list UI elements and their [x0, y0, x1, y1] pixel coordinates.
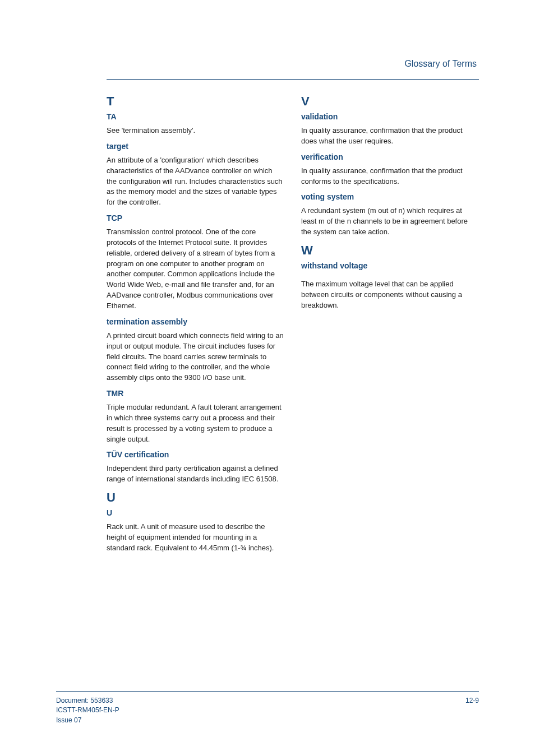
term-verification: verification — [301, 152, 479, 161]
def-validation: In quality assurance, confirmation that … — [301, 126, 479, 147]
def-verification: In quality assurance, confirmation that … — [301, 166, 479, 187]
page-content: Glossary of Terms T TA See 'termination … — [0, 0, 535, 559]
two-column-layout: T TA See 'termination assembly'. target … — [107, 92, 479, 559]
right-column: V validation In quality assurance, confi… — [301, 92, 479, 559]
page-footer: Document: 553633 ICSTT-RM405f-EN-P Issue… — [56, 696, 479, 725]
section-letter-u: U — [107, 490, 284, 505]
def-tmr: Triple modular redundant. A fault tolera… — [107, 402, 284, 444]
term-u: U — [107, 508, 284, 517]
def-tuv-certification: Independent third party certification ag… — [107, 463, 284, 485]
section-letter-w: W — [301, 243, 479, 258]
header-rule — [107, 79, 479, 80]
page-header-title: Glossary of Terms — [107, 59, 479, 69]
def-u: Rack unit. A unit of measure used to des… — [107, 522, 284, 554]
left-column: T TA See 'termination assembly'. target … — [107, 92, 284, 559]
def-voting-system: A redundant system (m out of n) which re… — [301, 206, 479, 238]
term-tmr: TMR — [107, 389, 284, 398]
footer-left: Document: 553633 ICSTT-RM405f-EN-P Issue… — [56, 696, 119, 725]
term-tcp: TCP — [107, 214, 284, 222]
def-tcp: Transmission control protocol. One of th… — [107, 227, 284, 312]
term-target: target — [107, 142, 284, 151]
term-voting-system: voting system — [301, 192, 479, 201]
term-tuv-certification: TÜV certification — [107, 450, 284, 459]
footer-document-code: ICSTT-RM405f-EN-P — [56, 706, 119, 715]
footer-issue: Issue 07 — [56, 716, 119, 725]
term-withstand-voltage: withstand voltage — [301, 261, 479, 270]
footer-document-number: Document: 553633 — [56, 696, 119, 706]
section-letter-v: V — [301, 94, 479, 109]
term-termination-assembly: termination assembly — [107, 317, 284, 326]
def-termination-assembly: A printed circuit board which connects f… — [107, 331, 284, 383]
section-letter-t: T — [107, 94, 284, 109]
footer-rule — [56, 691, 479, 692]
footer-page-number: 12-9 — [465, 696, 479, 725]
def-target: An attribute of a 'configuration' which … — [107, 155, 284, 208]
def-ta: See 'termination assembly'. — [107, 126, 284, 136]
term-ta: TA — [107, 112, 284, 121]
term-validation: validation — [301, 112, 479, 121]
def-withstand-voltage: The maximum voltage level that can be ap… — [301, 279, 479, 311]
